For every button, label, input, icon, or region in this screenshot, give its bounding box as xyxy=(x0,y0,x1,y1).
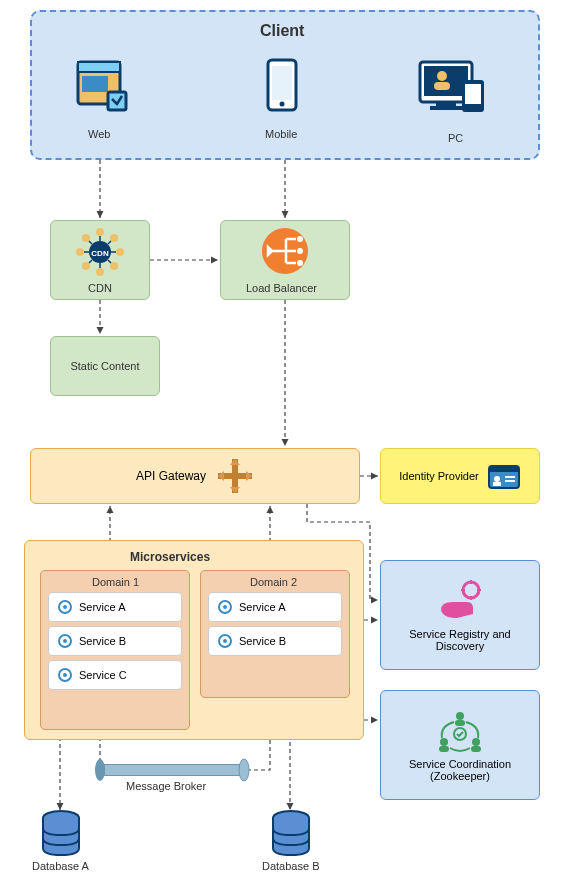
svg-point-23 xyxy=(82,262,90,270)
svg-line-30 xyxy=(108,241,111,244)
svg-line-32 xyxy=(108,260,111,263)
svg-point-68 xyxy=(239,759,249,781)
svg-rect-8 xyxy=(424,66,468,96)
svg-point-6 xyxy=(280,102,285,107)
identity-icon xyxy=(487,462,521,490)
svg-rect-3 xyxy=(108,92,126,110)
svg-line-31 xyxy=(89,260,92,263)
identity-provider-box: Identity Provider xyxy=(380,448,540,504)
svg-point-36 xyxy=(297,260,303,266)
d2-service-a: Service A xyxy=(208,592,342,622)
ms-title: Microservices xyxy=(130,550,210,564)
static-content-box: Static Content xyxy=(50,336,160,396)
d1-service-a: Service A xyxy=(48,592,182,622)
svg-rect-42 xyxy=(493,482,501,486)
lb-label: Load Balancer xyxy=(246,282,317,294)
d1-service-b: Service B xyxy=(48,626,182,656)
svg-rect-14 xyxy=(465,84,481,104)
svg-rect-2 xyxy=(82,76,108,92)
gear-icon xyxy=(57,633,73,649)
mb-label: Message Broker xyxy=(126,780,206,792)
load-balancer-icon xyxy=(260,226,310,276)
svg-point-50 xyxy=(63,673,67,677)
db-a-label: Database A xyxy=(32,860,89,872)
svg-rect-65 xyxy=(471,746,481,752)
reg-label: Service Registry and Discovery xyxy=(389,628,531,652)
coord-label: Service Coordination (Zookeeper) xyxy=(389,758,531,782)
mb-end-left xyxy=(94,758,106,782)
mb-end-right xyxy=(238,758,250,782)
svg-rect-10 xyxy=(434,82,450,90)
svg-point-17 xyxy=(96,228,104,236)
pc-label: PC xyxy=(448,132,463,144)
registry-box: Service Registry and Discovery xyxy=(380,560,540,670)
svg-point-20 xyxy=(116,248,124,256)
svg-point-67 xyxy=(95,759,105,781)
svg-point-19 xyxy=(76,248,84,256)
svg-point-41 xyxy=(494,476,500,482)
svg-rect-44 xyxy=(505,480,515,482)
api-label: API Gateway xyxy=(136,469,206,483)
db-a-icon xyxy=(40,810,82,856)
coordination-box: Service Coordination (Zookeeper) xyxy=(380,690,540,800)
api-gateway-icon xyxy=(216,457,254,495)
d2-title: Domain 2 xyxy=(250,576,297,588)
gear-icon xyxy=(217,633,233,649)
d2-service-b: Service B xyxy=(208,626,342,656)
svg-point-52 xyxy=(223,605,227,609)
svg-rect-11 xyxy=(436,102,456,106)
gear-icon xyxy=(217,599,233,615)
message-broker-bar xyxy=(104,764,240,776)
svg-rect-12 xyxy=(430,106,462,110)
d1-service-c: Service C xyxy=(48,660,182,690)
svg-rect-40 xyxy=(489,466,519,472)
svg-point-46 xyxy=(63,605,67,609)
svg-point-22 xyxy=(110,234,118,242)
svg-rect-1 xyxy=(78,62,120,72)
svg-point-64 xyxy=(472,738,480,746)
cdn-label: CDN xyxy=(88,282,112,294)
svg-point-24 xyxy=(110,262,118,270)
db-b-label: Database B xyxy=(262,860,319,872)
svg-point-60 xyxy=(456,712,464,720)
web-label: Web xyxy=(88,128,110,140)
svg-rect-43 xyxy=(505,476,515,478)
svg-line-29 xyxy=(89,241,92,244)
svg-rect-61 xyxy=(455,720,465,726)
cdn-icon: CDN xyxy=(74,226,126,278)
svg-point-35 xyxy=(297,248,303,254)
svg-rect-63 xyxy=(439,746,449,752)
svg-point-21 xyxy=(82,234,90,242)
svg-point-9 xyxy=(437,71,447,81)
client-title: Client xyxy=(260,22,304,40)
coordination-icon xyxy=(432,708,488,754)
svg-point-54 xyxy=(223,639,227,643)
mobile-client-icon xyxy=(262,56,302,116)
gear-icon xyxy=(57,667,73,683)
mobile-label: Mobile xyxy=(265,128,297,140)
d1-title: Domain 1 xyxy=(92,576,139,588)
db-b-icon xyxy=(270,810,312,856)
svg-point-18 xyxy=(96,268,104,276)
svg-point-55 xyxy=(463,582,479,598)
api-gateway-box: API Gateway xyxy=(30,448,360,504)
svg-rect-5 xyxy=(272,66,292,100)
svg-point-34 xyxy=(297,236,303,242)
web-client-icon xyxy=(72,56,136,116)
gear-icon xyxy=(57,599,73,615)
svg-point-62 xyxy=(440,738,448,746)
registry-icon xyxy=(435,578,485,622)
svg-text:CDN: CDN xyxy=(91,249,109,258)
sc-label: Static Content xyxy=(70,360,139,372)
pc-client-icon xyxy=(416,56,492,116)
id-label: Identity Provider xyxy=(399,470,478,482)
svg-point-48 xyxy=(63,639,67,643)
